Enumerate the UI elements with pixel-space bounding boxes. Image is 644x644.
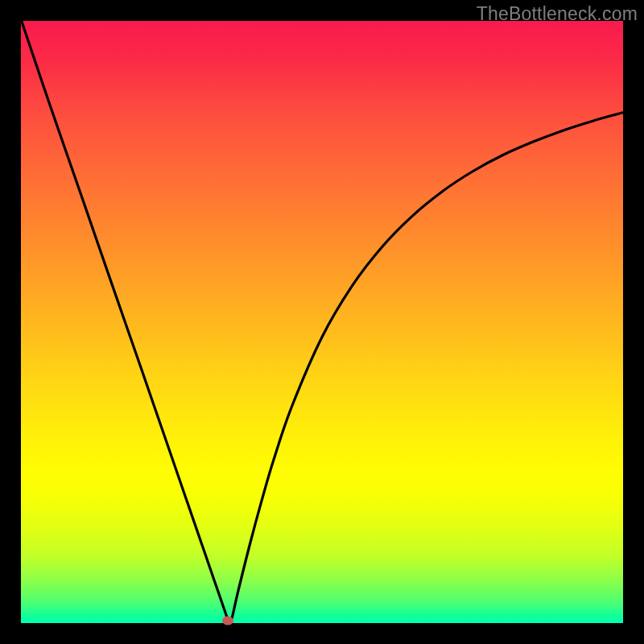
curve-svg	[21, 21, 623, 623]
plot-area	[21, 21, 623, 623]
bottleneck-curve	[22, 21, 623, 622]
watermark-text: TheBottleneck.com	[477, 3, 638, 25]
optimal-point-marker	[222, 617, 233, 625]
chart-frame: TheBottleneck.com	[0, 0, 644, 644]
